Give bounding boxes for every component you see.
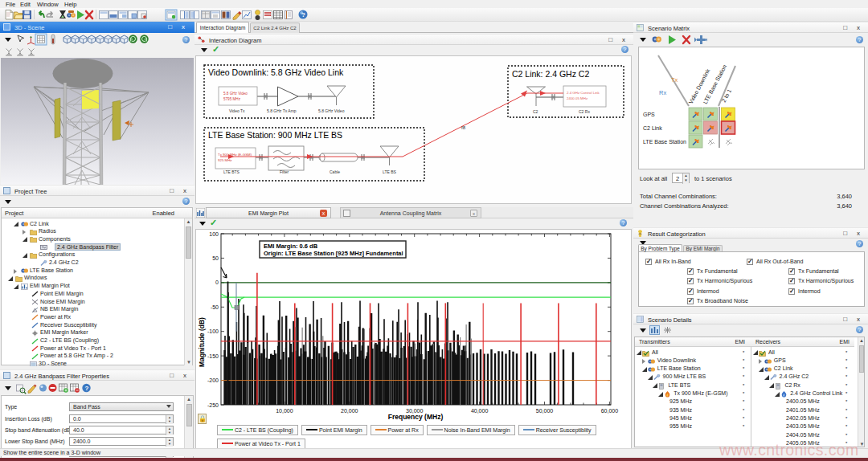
svg-text:0: 0 bbox=[215, 279, 219, 285]
svg-text:-50: -50 bbox=[211, 304, 219, 310]
svg-text:-250: -250 bbox=[207, 402, 219, 408]
svg-text:LTE Base Station: 900 MHz LTE: LTE Base Station: 900 MHz LTE BS bbox=[208, 130, 342, 140]
svg-text:Video Tx: Video Tx bbox=[229, 108, 245, 113]
svg-text:Magnitude (dB): Magnitude (dB) bbox=[198, 317, 206, 367]
svg-text:Filter: Filter bbox=[280, 169, 289, 174]
svg-text:10,000: 10,000 bbox=[276, 408, 293, 414]
svg-text:Frequency (MHz): Frequency (MHz) bbox=[388, 413, 444, 421]
svg-text:Tx: Tx bbox=[671, 76, 678, 84]
svg-text:-200: -200 bbox=[207, 377, 219, 383]
svg-text:C2 Link: C2 Link bbox=[643, 125, 662, 131]
svg-text:2400.05 MHz: 2400.05 MHz bbox=[567, 96, 588, 100]
svg-text:GPS: GPS bbox=[643, 112, 655, 117]
svg-text:LTE BTS: LTE BTS bbox=[223, 169, 240, 174]
svg-text:50,000: 50,000 bbox=[536, 408, 554, 414]
svg-text:?: ? bbox=[301, 11, 305, 18]
svg-text:2.4 GHz Control Link: 2.4 GHz Control Link bbox=[567, 91, 600, 95]
svg-text:2 to 1: 2 to 1 bbox=[721, 88, 732, 104]
svg-text:-100: -100 bbox=[207, 328, 219, 334]
svg-text:Rx: Rx bbox=[659, 89, 666, 96]
svg-text:5.8 GHz Tx Amp: 5.8 GHz Tx Amp bbox=[267, 108, 297, 113]
svg-text:Tx 900 MHz (E-GSM): Tx 900 MHz (E-GSM) bbox=[218, 153, 252, 157]
svg-text:C2 Link: 2.4 GHz C2: C2 Link: 2.4 GHz C2 bbox=[512, 69, 589, 79]
svg-text:925 MHz: 925 MHz bbox=[218, 158, 232, 162]
svg-text:?: ? bbox=[85, 385, 89, 392]
svg-text:Origin: LTE Base Station [925: Origin: LTE Base Station [925 MHz] Funda… bbox=[264, 250, 403, 257]
svg-text:Cable: Cable bbox=[330, 169, 340, 174]
svg-text:5.8 GHz Video: 5.8 GHz Video bbox=[223, 92, 248, 96]
svg-text:50: 50 bbox=[212, 255, 219, 261]
svg-text:LTE BS: LTE BS bbox=[383, 169, 397, 174]
svg-text:f8: f8 bbox=[461, 125, 466, 130]
svg-text:5795 MHz: 5795 MHz bbox=[223, 97, 241, 101]
svg-text:C2: C2 bbox=[533, 109, 538, 114]
svg-text:EMI Margin: 0.6 dB: EMI Margin: 0.6 dB bbox=[264, 243, 318, 250]
svg-text:100: 100 bbox=[209, 231, 219, 237]
svg-text:C2 Rx: C2 Rx bbox=[579, 109, 590, 114]
svg-text:40,000: 40,000 bbox=[471, 408, 489, 414]
svg-text:-150: -150 bbox=[207, 353, 219, 359]
svg-text:5.8 GHz Video: 5.8 GHz Video bbox=[318, 108, 345, 113]
svg-text:Video Downlink: 5.8 GHz Video: Video Downlink: 5.8 GHz Video Link bbox=[208, 67, 344, 77]
svg-text:LTE Base Station: LTE Base Station bbox=[643, 139, 686, 145]
svg-text:20,000: 20,000 bbox=[341, 408, 358, 414]
svg-text:60,000: 60,000 bbox=[601, 408, 619, 414]
